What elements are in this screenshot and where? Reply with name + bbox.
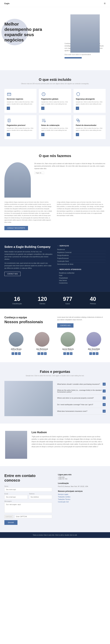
message-textarea[interactable] [4,502,52,513]
stat-0-label: Classificação [4,303,30,304]
popular-2[interactable]: Traduções Técnico [58,498,106,501]
member-2-fb-icon[interactable]: f [63,352,66,355]
faq-title: Fatos e perguntas [4,370,106,374]
about-title: Sobre a Eagle Building Company [4,245,53,249]
faq-toggle-2[interactable]: + [103,396,106,400]
email-label: Email [4,493,28,494]
stat-3-num: 40 [80,296,106,302]
testimonial-image [5,431,27,459]
faq-item-3[interactable]: Do I need earthquake coverage? How can I… [57,401,106,408]
member-2-tw-icon[interactable]: t [67,352,69,355]
member-1-li-icon[interactable]: in [44,352,47,355]
team-pretitle: Conheça a equipe [4,316,53,319]
wwd-columns: Amiga ardente chegou expressou que as ho… [4,201,106,224]
card-5: Painel do desenvolvedor Sample text. Cli… [74,115,106,139]
card-5-arrow[interactable]: › [76,133,79,136]
nav-hamburger[interactable]: ≡ [104,2,106,5]
card-3-text: Sample text. Click to select the text bo… [7,127,34,132]
about-services-title: → SERVIÇOS [57,245,106,247]
phone-input[interactable] [29,495,52,499]
member-3-tw-icon[interactable]: t [93,352,95,355]
member-2-li-icon[interactable]: in [70,352,72,355]
member-1-fb-icon[interactable]: f [38,352,40,355]
card-2-icon [76,92,81,96]
member-0-li-icon[interactable]: in [18,352,21,355]
member-0-fb-icon[interactable]: f [11,352,14,355]
service-3: Projeto/Estrutural [57,257,106,260]
card-0-arrow[interactable]: › [7,107,10,110]
hero-right: Combinamos conhecimento local com expert… [65,14,106,52]
member-0-name: Jeffrey Brown [4,348,28,350]
form-row-email-phone: Email Telefone [4,493,52,499]
member-3-li-icon[interactable]: in [96,352,99,355]
faq-question-4: What does homeowners insurance cover? [57,410,103,412]
hero-cta-button[interactable]: CONTACT NOS [65,57,82,58]
email-input[interactable] [4,495,28,499]
member-1-tw-icon[interactable]: t [41,352,43,355]
member-0-tw-icon[interactable]: t [15,352,17,355]
card-4-arrow[interactable]: › [41,133,44,136]
team-header: Conheça a equipe Nossos profissionais Lo… [4,316,106,328]
team-cta-button[interactable]: CONTATE NOS [57,323,74,328]
captcha-text: CAPTCHA [5,516,12,517]
faq-item-1[interactable]: What are the policy limits (i.e., covera… [57,388,106,395]
service-1: Arquitetura Comercial [57,251,106,254]
popular-1[interactable]: Traduções Jurídico [58,496,106,498]
faq-item-0[interactable]: What factors should I consider when purc… [57,381,106,388]
member-2-avatar [61,332,75,347]
testimonial-content: Los Hudson "Figlio pode na experiência d… [31,431,105,448]
member-0-avatar [9,332,23,347]
service-0: Residencial [57,248,106,251]
card-3-arrow[interactable]: › [7,133,10,136]
included-title: O que está incluído [4,78,106,82]
member-3-fb-icon[interactable]: f [89,352,92,355]
stat-1-label: Clientes [30,303,55,304]
card-1-arrow[interactable]: › [41,107,44,110]
card-1-text: Sample text. Click to select the text bo… [41,101,69,105]
team-desc-block: Lorem ipsum text vide all considerar vid… [57,316,106,328]
hero-image [70,14,100,52]
location-title: Localização [58,482,106,484]
member-3-socials: f t in [82,352,106,355]
wwd-col1: Amiga ardente chegou expressou que as ho… [4,201,53,224]
member-0: Jeffrey Brown Cargo / Função f t in [4,332,28,355]
phone-label: Telefone [29,493,52,494]
contact-layout: Entre em contato conosco Nome Email Tele… [4,474,106,525]
faq-layout: What factors should I consider when purc… [4,381,106,416]
name-input[interactable] [4,488,52,492]
contact-info: Ligue para nós 1.888.999 1.888.787.784 L… [58,474,106,525]
form-group-email: Email [4,493,28,499]
card-2-title: Segurança abrangente [76,98,103,100]
faq-toggle-3[interactable]: + [103,403,106,406]
captcha-box: CAPTCHA [4,515,13,518]
card-1-icon [41,92,46,96]
card-2-arrow[interactable]: › [76,107,79,110]
about-cta-button[interactable]: CONTACT NOS [4,272,20,276]
nav-logo[interactable]: Eagle [4,2,9,4]
faq-toggle-0[interactable]: + [103,383,106,386]
popular-list: Serviços Legais Traduções Jurídico Tradu… [58,493,106,503]
team-description: Lorem ipsum text vide all considerar vid… [57,316,106,321]
faq-toggle-4[interactable]: + [103,410,106,413]
navigation: Eagle ≡ [0,0,110,7]
faq-section: Fatos e perguntas Sample text. Click to … [0,362,110,424]
popular-3[interactable]: Construção Civil [58,501,106,503]
submit-button[interactable]: ENVIAR [4,520,17,525]
card-0-icon [7,92,11,96]
member-0-role: Cargo / Função [4,350,28,352]
market-3: Vida Sénioir [57,279,106,282]
faq-toggle-1[interactable]: + [103,390,106,392]
captcha-input[interactable] [15,515,52,518]
faq-item-2[interactable]: Where and when is my personal property c… [57,395,106,401]
wwd-cta-button[interactable]: CONSULT NOS EXPERTS [4,226,28,230]
team-title-block: Conheça a equipe Nossos profissionais [4,316,53,326]
wwd-col2: Amiga ardente chegou expressou que as ho… [57,201,106,224]
member-2-socials: f t in [56,352,80,355]
form-group-name: Nome [4,486,52,492]
card-4-icon [41,118,46,123]
faq-item-4[interactable]: What does homeowners insurance cover? + [57,408,106,414]
popular-0[interactable]: Serviços Legais [58,493,106,496]
footer: Todos os textos: Este é outro link. Clic… [0,532,110,538]
faq-image [4,381,53,416]
stat-3-label: Prêmios [80,303,106,304]
